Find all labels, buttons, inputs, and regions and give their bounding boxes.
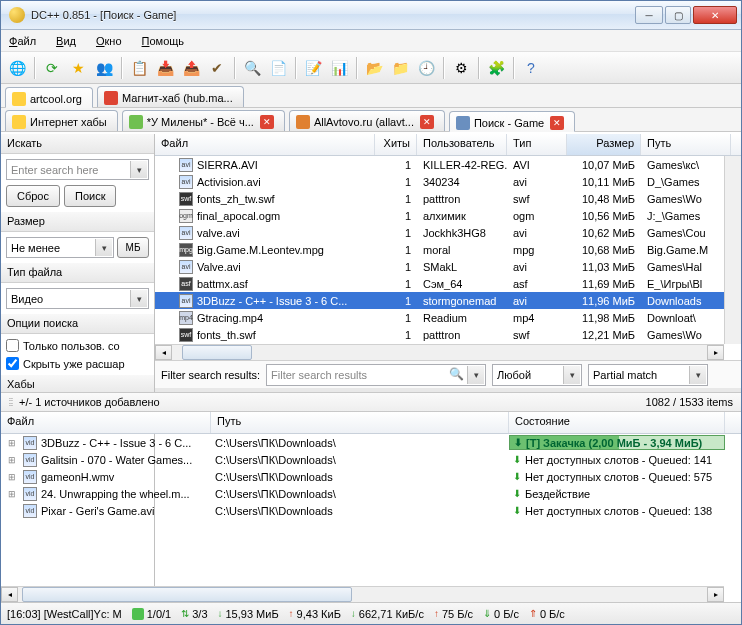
hide-shared-checkbox[interactable]: Скрыть уже расшар	[6, 357, 149, 370]
minimize-button[interactable]: ─	[635, 6, 663, 24]
col-hits[interactable]: Хиты	[375, 134, 417, 155]
notepad-icon[interactable]: 📝	[301, 56, 325, 80]
menu-file[interactable]: Файл	[9, 35, 36, 47]
menu-view[interactable]: Вид	[56, 35, 76, 47]
chevron-down-icon[interactable]	[95, 239, 112, 256]
log-text: [16:03] [WestCall]Yc: M	[7, 608, 122, 620]
upload-queue-icon[interactable]: 📤	[179, 56, 203, 80]
size: 11,03 МиБ	[567, 260, 641, 274]
reset-button[interactable]: Сброс	[6, 185, 60, 207]
dl-col-path[interactable]: Путь	[211, 412, 509, 433]
search-input[interactable]: Enter search here	[6, 159, 149, 180]
download-row[interactable]: vidPixar - Geri's Game.aviC:\Users\ПК\Do…	[1, 502, 741, 519]
search-icon[interactable]: 🔍	[449, 367, 464, 381]
result-row[interactable]: aviSIERRA.AVI1KILLER-42-REG...AVI10,07 М…	[155, 156, 741, 173]
dl-horizontal-scrollbar[interactable]: ◂▸	[1, 586, 724, 602]
chevron-down-icon[interactable]	[689, 366, 706, 384]
size-unit-button[interactable]: МБ	[117, 237, 149, 258]
vertical-scrollbar[interactable]	[724, 156, 741, 344]
download-row[interactable]: ⊞vid3DBuzz - C++ - Issue 3 - 6 C...C:\Us…	[1, 434, 741, 451]
close-tab-icon[interactable]: ✕	[260, 115, 274, 129]
hub-tab[interactable]: Магнит-хаб (hub.ma...	[97, 86, 244, 107]
user: Readium	[417, 311, 507, 325]
adl-icon[interactable]: 📄	[266, 56, 290, 80]
size-header: Размер	[1, 212, 154, 232]
hub-tab[interactable]: Поиск - Game✕	[449, 111, 575, 132]
close-tab-icon[interactable]: ✕	[420, 115, 434, 129]
hub-icon	[12, 115, 26, 129]
filter-match-select[interactable]: Partial match	[588, 364, 708, 386]
size: 11,98 МиБ	[567, 311, 641, 325]
menu-window[interactable]: Окно	[96, 35, 122, 47]
horizontal-scrollbar[interactable]: ◂▸	[155, 344, 724, 360]
result-row[interactable]: avivalve.avi1Jockhk3HG8avi10,62 МиБGames…	[155, 224, 741, 241]
hub-tab[interactable]: AllAvtovo.ru (allavt...✕	[289, 110, 445, 131]
only-users-checkbox[interactable]: Только пользов. со	[6, 339, 149, 352]
dl-col-file[interactable]: Файл	[1, 412, 211, 433]
result-row[interactable]: swffonts_th.swf1patttronswf12,21 МиБGame…	[155, 326, 741, 343]
hub-tab[interactable]: artcool.org	[5, 87, 93, 108]
result-row[interactable]: mpgBig.Game.M.Leontev.mpg1moralmpg10,68 …	[155, 241, 741, 258]
search-icon[interactable]: 🔍	[240, 56, 264, 80]
finished-icon[interactable]: ✔	[205, 56, 229, 80]
file-icon: avi	[179, 175, 193, 189]
help-icon[interactable]: ?	[519, 56, 543, 80]
recent-icon[interactable]: 🕘	[414, 56, 438, 80]
path: Games\Wo	[641, 192, 731, 206]
own-filelist-icon[interactable]: 📁	[388, 56, 412, 80]
tab-label: *У Милены* - Всё ч...	[147, 116, 254, 128]
open-filelist-icon[interactable]: 📂	[362, 56, 386, 80]
path: C:\Users\ПК\Downloads\	[211, 436, 509, 450]
tree-expand-icon[interactable]: ⊞	[5, 455, 19, 465]
connections-label: 1/0/1	[147, 608, 171, 620]
col-file[interactable]: Файл	[155, 134, 375, 155]
chevron-down-icon[interactable]	[563, 366, 580, 384]
tree-expand-icon[interactable]: ⊞	[5, 438, 19, 448]
chevron-down-icon[interactable]	[130, 161, 147, 178]
path: Games\кс\	[641, 158, 731, 172]
refresh-icon[interactable]: ⟳	[40, 56, 64, 80]
tree-expand-icon[interactable]: ⊞	[5, 489, 19, 499]
size-mode-select[interactable]: Не менее	[6, 237, 114, 258]
chevron-down-icon[interactable]	[130, 290, 147, 307]
menubar: Файл Вид Окно Помощь	[1, 30, 741, 52]
close-button[interactable]: ✕	[693, 6, 737, 24]
filetype-select[interactable]: Видео	[6, 288, 149, 309]
download-queue-icon[interactable]: 📥	[153, 56, 177, 80]
favorite-icon[interactable]: ★	[66, 56, 90, 80]
tab-label: AllAvtovo.ru (allavt...	[314, 116, 414, 128]
queue-icon[interactable]: 📋	[127, 56, 151, 80]
stats-icon[interactable]: 📊	[327, 56, 351, 80]
result-row[interactable]: ogmfinal_apocal.ogm1алхимикogm10,56 МиБJ…	[155, 207, 741, 224]
hub-tab[interactable]: Интернет хабы	[5, 110, 118, 131]
maximize-button[interactable]: ▢	[665, 6, 691, 24]
result-row[interactable]: avi3DBuzz - C++ - Issue 3 - 6 C...1storm…	[155, 292, 741, 309]
col-user[interactable]: Пользователь	[417, 134, 507, 155]
plugins-icon[interactable]: 🧩	[484, 56, 508, 80]
dl-col-state[interactable]: Состояние	[509, 412, 725, 433]
download-row[interactable]: ⊞vidgameonH.wmvC:\Users\ПК\Downloads⬇Нет…	[1, 468, 741, 485]
result-row[interactable]: aviActivision.avi1340234avi10,11 МиБD_\G…	[155, 173, 741, 190]
search-button[interactable]: Поиск	[64, 185, 116, 207]
download-row[interactable]: ⊞vidGalitsin - 070 - Water Games...C:\Us…	[1, 451, 741, 468]
result-row[interactable]: aviValve.avi1SMakLavi11,03 МиБGames\Hal	[155, 258, 741, 275]
tree-expand-icon[interactable]: ⊞	[5, 472, 19, 482]
filter-column-select[interactable]: Любой	[492, 364, 582, 386]
result-row[interactable]: asfbattmx.asf1Сэм_64asf11,69 МиБE_\Игры\…	[155, 275, 741, 292]
close-tab-icon[interactable]: ✕	[550, 116, 564, 130]
result-row[interactable]: mp4Gtracing.mp41Readiummp411,98 МиБDownl…	[155, 309, 741, 326]
col-path[interactable]: Путь	[641, 134, 731, 155]
settings-icon[interactable]: ⚙	[449, 56, 473, 80]
download-row[interactable]: ⊞vid24. Unwrapping the wheel.m...C:\User…	[1, 485, 741, 502]
user: stormgonemad	[417, 294, 507, 308]
users-icon[interactable]: 👥	[92, 56, 116, 80]
globe-icon[interactable]: 🌐	[5, 56, 29, 80]
chevron-down-icon[interactable]	[467, 366, 484, 384]
hub-tab[interactable]: *У Милены* - Всё ч...✕	[122, 110, 285, 131]
status-bar: [16:03] [WestCall]Yc: M 1/0/1 ⇅3/3 ↓15,9…	[1, 602, 741, 624]
downloads-header: Файл Путь Состояние	[1, 412, 741, 434]
col-size[interactable]: Размер	[567, 134, 641, 155]
col-type[interactable]: Тип	[507, 134, 567, 155]
menu-help[interactable]: Помощь	[142, 35, 185, 47]
result-row[interactable]: swffonts_zh_tw.swf1patttronswf10,48 МиБG…	[155, 190, 741, 207]
